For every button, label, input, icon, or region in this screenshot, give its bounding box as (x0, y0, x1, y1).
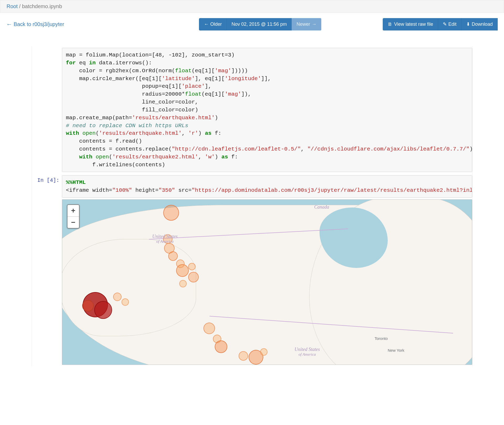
zoom-control: + − (67, 204, 80, 229)
quake-marker[interactable] (188, 263, 196, 270)
code-input[interactable]: map = folium.Map(location=[48, -102], zo… (62, 48, 472, 172)
quake-marker[interactable] (163, 234, 172, 244)
older-label: Older (210, 21, 222, 28)
quake-marker[interactable] (239, 351, 248, 361)
zoom-in-button[interactable]: + (67, 205, 79, 216)
quake-marker[interactable] (176, 264, 189, 277)
pencil-icon: ✎ (443, 21, 447, 28)
quake-marker[interactable] (179, 280, 187, 287)
back-link[interactable]: ← Back to r00sj3/jupyter (6, 21, 64, 27)
quake-marker[interactable] (215, 340, 227, 353)
notebook: map = folium.Map(location=[48, -102], zo… (32, 46, 472, 366)
quake-marker[interactable] (260, 348, 267, 356)
quake-marker[interactable] (94, 301, 112, 319)
quake-marker[interactable] (122, 298, 129, 306)
back-link-label: Back to r00sj3/jupyter (14, 21, 64, 27)
quake-marker[interactable] (188, 272, 199, 282)
quake-marker[interactable] (82, 300, 94, 312)
older-button[interactable]: ← Older (199, 18, 227, 30)
breadcrumb: Root / batchdemo.ipynb (0, 0, 504, 13)
file-actions: 🗎 View latest raw file ✎ Edit ⬇ Download (383, 18, 498, 30)
arrow-left-icon: ← (204, 21, 209, 28)
download-icon: ⬇ (466, 21, 470, 28)
quake-marker[interactable] (203, 323, 215, 334)
arrow-left-icon: ← (6, 22, 12, 27)
edit-button[interactable]: ✎ Edit (438, 18, 461, 30)
newer-label: Newer (296, 21, 310, 28)
version-timestamp: Nov 02, 2015 @ 11:56 pm (232, 21, 287, 28)
quake-marker[interactable] (163, 205, 179, 221)
view-raw-button[interactable]: 🗎 View latest raw file (383, 18, 438, 30)
download-button[interactable]: ⬇ Download (461, 18, 498, 30)
version-timestamp-button[interactable]: Nov 02, 2015 @ 11:56 pm (227, 18, 292, 30)
code-input[interactable]: %%HTML <iframe width="100%" height="350"… (62, 175, 472, 198)
download-label: Download (472, 21, 493, 28)
breadcrumb-file: batchdemo.ipynb (22, 3, 62, 9)
quake-marker[interactable] (113, 293, 122, 301)
cell-prompt (32, 48, 62, 172)
file-icon: 🗎 (388, 21, 392, 28)
breadcrumb-sep: / (19, 3, 21, 9)
quake-marker[interactable] (168, 251, 178, 261)
edit-label: Edit (448, 21, 456, 28)
breadcrumb-root-link[interactable]: Root (7, 3, 18, 9)
view-raw-label: View latest raw file (394, 21, 433, 28)
notebook-cell: In [4]: %%HTML <iframe width="100%" heig… (32, 174, 472, 366)
arrow-right-icon: → (312, 21, 316, 28)
notebook-cell: map = folium.Map(location=[48, -102], zo… (32, 46, 472, 174)
map-output[interactable]: Canada United Statesof America United St… (62, 199, 472, 365)
cell-prompt: In [4]: (32, 175, 62, 365)
toolbar: ← Back to r00sj3/jupyter ← Older Nov 02,… (0, 13, 504, 36)
version-nav: ← Older Nov 02, 2015 @ 11:56 pm Newer → (125, 18, 321, 30)
zoom-out-button[interactable]: − (67, 216, 79, 228)
newer-button: Newer → (292, 18, 321, 30)
